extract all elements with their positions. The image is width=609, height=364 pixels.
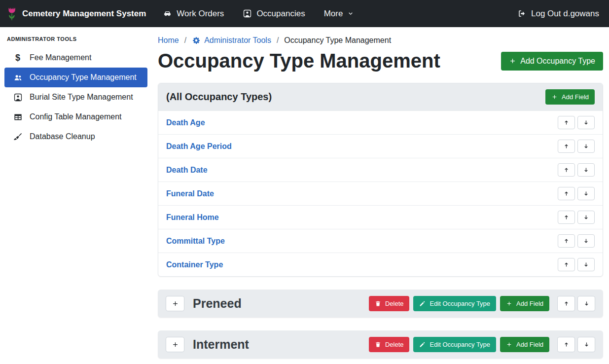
broom-icon (12, 132, 23, 142)
logout-button[interactable]: Log Out d.gowans (517, 9, 599, 19)
sidebar-item[interactable]: $Fee Management (4, 48, 147, 68)
app-brand[interactable]: Cemetery Management System (6, 7, 146, 21)
arrow-up-icon (563, 167, 570, 173)
nav-work-orders[interactable]: Work Orders (163, 9, 224, 19)
edit-label: Edit Occupancy Type (430, 341, 490, 348)
move-down-button[interactable] (577, 187, 595, 200)
reorder-controls (557, 296, 595, 311)
reorder-controls (558, 116, 595, 129)
section-actions: DeleteEdit Occupancy TypeAdd Field (369, 296, 595, 311)
field-link[interactable]: Death Age Period (166, 142, 232, 151)
pencil-icon (419, 341, 426, 348)
sidebar-item-label: Database Cleanup (30, 132, 95, 141)
field-row: Death Date (158, 158, 603, 182)
expand-section-button[interactable] (166, 296, 184, 311)
sidebar-nav: $Fee ManagementOccupancy Type Management… (0, 48, 152, 146)
arrow-up-icon (563, 238, 570, 244)
delete-label: Delete (385, 300, 404, 307)
reorder-controls (558, 163, 595, 177)
sidebar-item[interactable]: Burial Site Type Management (4, 87, 147, 107)
sidebar-item-label: Burial Site Type Management (30, 93, 133, 102)
move-up-button[interactable] (558, 187, 575, 200)
sidebar-item[interactable]: Database Cleanup (4, 127, 147, 146)
section-title: Preneed (193, 296, 242, 311)
move-up-button[interactable] (558, 211, 575, 224)
breadcrumb-separator: / (184, 36, 186, 45)
trash-icon (375, 300, 381, 307)
breadcrumb-home-link[interactable]: Home (158, 36, 179, 45)
arrow-down-icon (583, 119, 589, 126)
reorder-controls (558, 187, 595, 200)
breadcrumb-admin-tools-link[interactable]: Administrator Tools (192, 36, 271, 45)
edit-occupancy-type-button[interactable]: Edit Occupancy Type (413, 296, 496, 311)
arrow-up-icon (563, 143, 570, 149)
move-down-button[interactable] (577, 211, 595, 224)
field-link[interactable]: Funeral Home (166, 213, 219, 222)
logout-label: Log Out d.gowans (531, 9, 599, 19)
move-up-button[interactable] (557, 337, 575, 352)
arrow-down-icon (583, 143, 589, 149)
field-row: Committal Type (158, 229, 603, 253)
nav-occupancies[interactable]: Occupancies (243, 9, 305, 19)
reorder-controls (558, 211, 595, 224)
delete-button[interactable]: Delete (369, 337, 410, 352)
card-header: (All Occupancy Types) Add Field (158, 83, 603, 110)
reorder-controls (557, 337, 595, 352)
tulip-logo-icon (6, 7, 18, 21)
trash-icon (375, 341, 381, 348)
move-up-button[interactable] (557, 296, 575, 311)
add-field-button[interactable]: Add Field (545, 89, 595, 105)
arrow-up-icon (563, 190, 570, 197)
field-link[interactable]: Funeral Date (166, 189, 214, 198)
breadcrumb-separator: / (277, 36, 279, 45)
sidebar-item[interactable]: Occupancy Type Management (4, 68, 147, 87)
move-up-button[interactable] (558, 140, 575, 153)
move-down-button[interactable] (577, 337, 595, 352)
occupancy-type-section: PreneedDeleteEdit Occupancy TypeAdd Fiel… (158, 290, 603, 318)
dollar-icon: $ (12, 53, 23, 62)
navbar-links: Work Orders Occupancies More (163, 9, 354, 19)
delete-button[interactable]: Delete (369, 296, 410, 311)
plus-icon (506, 300, 512, 307)
move-down-button[interactable] (577, 163, 595, 177)
field-link[interactable]: Death Date (166, 166, 208, 175)
nav-work-orders-label: Work Orders (177, 9, 224, 19)
app-title: Cemetery Management System (22, 9, 146, 19)
person-frame-icon (243, 9, 252, 18)
edit-occupancy-type-button[interactable]: Edit Occupancy Type (413, 337, 496, 352)
field-row: Death Age (158, 110, 603, 134)
nav-more[interactable]: More (324, 9, 355, 19)
add-field-button[interactable]: Add Field (500, 337, 549, 352)
sidebar-item-label: Fee Management (30, 53, 91, 62)
move-up-button[interactable] (558, 163, 575, 177)
move-up-button[interactable] (558, 116, 575, 129)
add-field-button[interactable]: Add Field (500, 296, 549, 311)
expand-section-button[interactable] (166, 337, 184, 352)
arrow-up-icon (563, 119, 570, 126)
nav-occupancies-label: Occupancies (256, 9, 305, 19)
field-link[interactable]: Committal Type (166, 237, 225, 246)
edit-label: Edit Occupancy Type (430, 300, 490, 307)
move-up-button[interactable] (558, 234, 575, 248)
sidebar-item[interactable]: Config Table Management (4, 107, 147, 127)
car-icon (163, 9, 172, 18)
move-down-button[interactable] (577, 234, 595, 248)
move-down-button[interactable] (577, 258, 595, 271)
arrow-up-icon (563, 341, 570, 348)
add-occupancy-type-button[interactable]: Add Occupancy Type (501, 52, 603, 71)
sidebar: Administrator Tools $Fee ManagementOccup… (0, 27, 152, 364)
move-down-button[interactable] (577, 296, 595, 311)
field-link[interactable]: Death Age (166, 118, 205, 127)
add-occupancy-type-label: Add Occupancy Type (520, 57, 595, 66)
field-link[interactable]: Container Type (166, 260, 223, 269)
reorder-controls (558, 258, 595, 271)
move-down-button[interactable] (577, 116, 595, 129)
delete-label: Delete (385, 341, 404, 348)
breadcrumb: Home / Administrator Tools / Occupancy T… (158, 36, 603, 45)
move-up-button[interactable] (558, 258, 575, 271)
table-icon (12, 112, 23, 122)
logout-icon (517, 9, 527, 18)
all-occupancy-types-card: (All Occupancy Types) Add Field Death Ag… (158, 83, 603, 277)
move-down-button[interactable] (577, 140, 595, 153)
section-actions: DeleteEdit Occupancy TypeAdd Field (369, 337, 595, 352)
